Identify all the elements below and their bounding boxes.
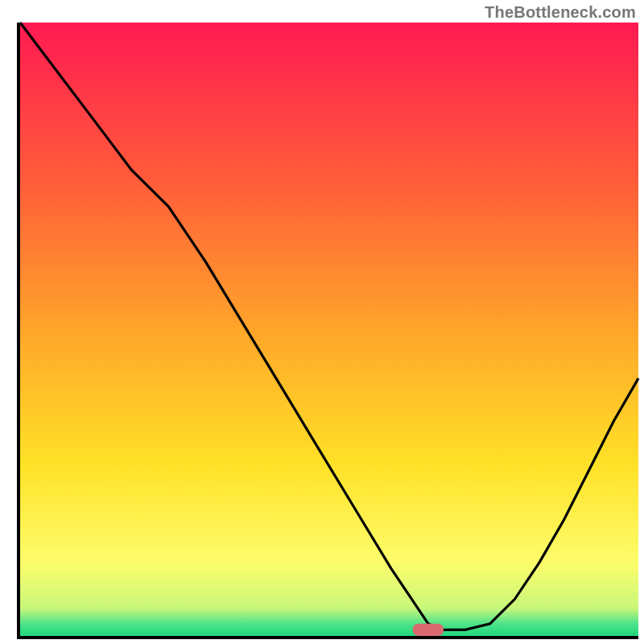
optimal-marker (413, 624, 444, 636)
watermark-text: TheBottleneck.com (485, 3, 636, 22)
plot-background (20, 23, 638, 636)
bottleneck-chart (0, 0, 644, 644)
chart-container: TheBottleneck.com (0, 0, 644, 644)
